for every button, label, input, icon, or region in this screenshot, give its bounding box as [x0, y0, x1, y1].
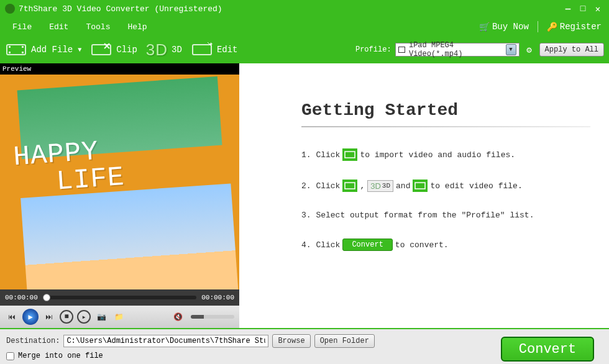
- chevron-down-icon: ▼: [78, 47, 81, 53]
- menu-bar: File Edit Tools Help 🛒 Buy Now 🔑 Registe…: [0, 17, 609, 36]
- divider: [301, 126, 590, 127]
- volume-slider[interactable]: [191, 315, 234, 319]
- destination-label: Destination:: [6, 337, 60, 345]
- svg-rect-8: [345, 152, 355, 158]
- prev-button[interactable]: ⏮: [5, 310, 19, 324]
- profile-value: iPad MPEG4 Video(*.mp4): [409, 41, 506, 58]
- guide-title: Getting Started: [301, 101, 590, 120]
- svg-rect-4: [22, 52, 24, 53]
- key-icon: 🔑: [547, 22, 557, 32]
- player-controls: ⏮ ▶ ⏭ ■ ▸ 📷 📁 🔇: [0, 306, 239, 328]
- register-button[interactable]: 🔑 Register: [543, 20, 605, 34]
- step-4: 4. Click Convert to convert.: [301, 239, 590, 251]
- apply-to-all-button[interactable]: Apply to All: [539, 43, 604, 57]
- film-icon: [342, 148, 357, 161]
- 3d-button[interactable]: 3D 3D: [146, 40, 182, 60]
- svg-rect-1: [9, 46, 11, 48]
- merge-label: Merge into one file: [18, 352, 103, 360]
- step-2: 2. Click , 3D3D and to edit video file.: [301, 180, 590, 192]
- menu-file[interactable]: File: [4, 20, 40, 34]
- seek-thumb[interactable]: [43, 294, 50, 301]
- svg-rect-9: [345, 183, 355, 189]
- close-button[interactable]: ✕: [592, 4, 604, 14]
- 3d-icon: 3D3D: [367, 180, 393, 192]
- merge-checkbox[interactable]: [6, 352, 14, 360]
- menu-edit[interactable]: Edit: [40, 20, 77, 34]
- settings-button[interactable]: ⚙: [523, 43, 536, 56]
- clip-button[interactable]: Clip: [90, 42, 137, 58]
- menu-help[interactable]: Help: [119, 20, 155, 34]
- convert-mini-button: Convert: [342, 239, 392, 251]
- clip-icon: [342, 180, 357, 192]
- svg-rect-10: [415, 183, 425, 189]
- step-1: 1. Click to import video and audio files…: [301, 148, 590, 161]
- clip-icon: [90, 42, 112, 58]
- edit-icon: ✦: [191, 42, 213, 58]
- stop-button[interactable]: ■: [60, 310, 73, 324]
- chevron-down-icon: ▼: [506, 44, 516, 55]
- profile-dropdown[interactable]: iPad MPEG4 Video(*.mp4) ▼: [395, 43, 520, 57]
- separator: [538, 21, 538, 32]
- time-bar: 00:00:00 00:00:00: [0, 289, 239, 306]
- guide-pane: Getting Started 1. Click to import video…: [239, 63, 609, 328]
- preview-header: Preview: [0, 63, 239, 75]
- folder-button[interactable]: 📁: [112, 310, 126, 324]
- toolbar: Add File ▼ Clip 3D 3D ✦ Edit Profile: iP…: [0, 36, 609, 63]
- maximize-button[interactable]: □: [577, 4, 589, 14]
- 3d-icon: 3D: [146, 40, 168, 60]
- clip-label: Clip: [116, 45, 137, 55]
- bottom-bar: Destination: Browse Open Folder Merge in…: [0, 328, 609, 364]
- film-icon: [5, 42, 27, 58]
- svg-rect-2: [9, 52, 11, 53]
- app-icon: [5, 4, 15, 14]
- open-folder-button[interactable]: Open Folder: [314, 334, 375, 348]
- play-button[interactable]: ▶: [22, 309, 39, 325]
- time-current: 00:00:00: [5, 294, 38, 301]
- add-file-button[interactable]: Add File ▼: [5, 42, 81, 58]
- svg-rect-3: [22, 46, 24, 48]
- step-3: 3. Select output format from the "Profil…: [301, 211, 590, 220]
- add-file-label: Add File: [31, 45, 73, 55]
- forward-button[interactable]: ▸: [77, 310, 91, 324]
- edit-button[interactable]: ✦ Edit: [191, 42, 238, 58]
- menu-tools[interactable]: Tools: [77, 20, 119, 34]
- destination-input[interactable]: [63, 335, 268, 347]
- edit-label: Edit: [217, 45, 238, 55]
- register-label: Register: [560, 22, 602, 32]
- 3d-label: 3D: [172, 45, 182, 55]
- time-total: 00:00:00: [201, 294, 234, 301]
- snapshot-button[interactable]: 📷: [94, 310, 108, 324]
- seek-slider[interactable]: [43, 296, 196, 299]
- title-bar: 7thShare 3D Video Converter (Unregistere…: [0, 0, 609, 17]
- svg-text:✦: ✦: [209, 42, 213, 48]
- format-icon: [398, 47, 405, 53]
- preview-image: HAPPY LIFE: [0, 75, 239, 289]
- buy-now-label: Buy Now: [492, 22, 529, 32]
- window-title: 7thShare 3D Video Converter (Unregistere…: [19, 4, 559, 14]
- preview-pane: Preview HAPPY LIFE 00:00:00 00:00:00 ⏮ ▶…: [0, 63, 239, 328]
- minimize-button[interactable]: —: [562, 4, 574, 14]
- buy-now-button[interactable]: 🛒 Buy Now: [475, 20, 533, 34]
- cart-icon: 🛒: [479, 22, 490, 32]
- browse-button[interactable]: Browse: [272, 334, 310, 348]
- convert-button[interactable]: Convert: [501, 337, 594, 362]
- next-button[interactable]: ⏭: [42, 310, 56, 324]
- mute-button[interactable]: 🔇: [171, 310, 185, 324]
- edit-icon: [413, 180, 428, 192]
- profile-label: Profile:: [355, 45, 392, 54]
